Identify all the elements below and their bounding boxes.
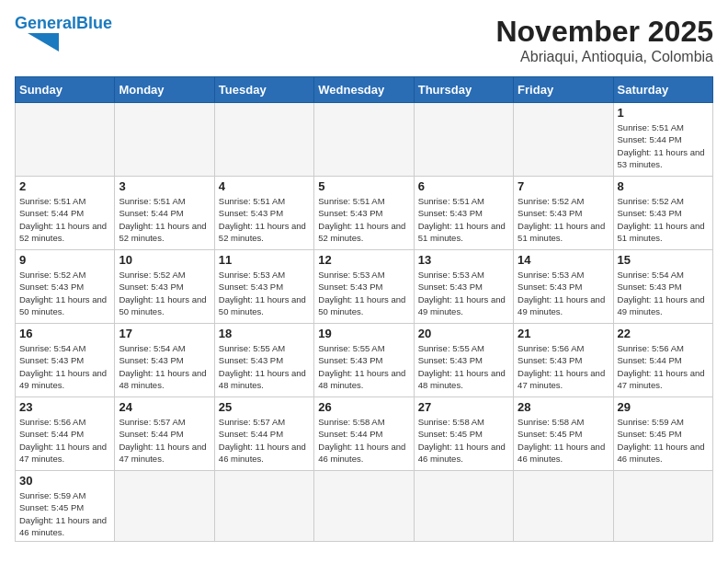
calendar-day-cell: 20Sunrise: 5:55 AMSunset: 5:43 PMDayligh…	[414, 324, 513, 397]
calendar-header-saturday: Saturday	[613, 77, 712, 103]
calendar-day-cell: 17Sunrise: 5:54 AMSunset: 5:43 PMDayligh…	[115, 324, 214, 397]
day-info: Sunrise: 5:52 AMSunset: 5:43 PMDaylight:…	[518, 195, 609, 244]
day-number: 27	[418, 400, 509, 414]
day-info: Sunrise: 5:51 AMSunset: 5:43 PMDaylight:…	[318, 195, 409, 244]
day-info: Sunrise: 5:59 AMSunset: 5:45 PMDaylight:…	[19, 489, 110, 538]
calendar-day-cell: 25Sunrise: 5:57 AMSunset: 5:44 PMDayligh…	[214, 397, 313, 471]
day-info: Sunrise: 5:54 AMSunset: 5:43 PMDaylight:…	[119, 342, 210, 391]
day-info: Sunrise: 5:52 AMSunset: 5:43 PMDaylight:…	[618, 195, 709, 244]
day-info: Sunrise: 5:52 AMSunset: 5:43 PMDaylight:…	[19, 269, 110, 317]
day-number: 8	[618, 179, 709, 193]
day-number: 6	[418, 179, 509, 193]
day-number: 22	[618, 327, 709, 340]
day-number: 4	[219, 179, 310, 193]
day-info: Sunrise: 5:53 AMSunset: 5:43 PMDaylight:…	[418, 269, 509, 317]
day-number: 29	[618, 400, 709, 414]
calendar-day-cell: 3Sunrise: 5:51 AMSunset: 5:44 PMDaylight…	[115, 177, 214, 250]
day-number: 24	[119, 400, 210, 414]
day-number: 13	[418, 253, 509, 267]
calendar-header-monday: Monday	[115, 77, 214, 103]
day-number: 19	[318, 327, 409, 340]
day-info: Sunrise: 5:53 AMSunset: 5:43 PMDaylight:…	[219, 269, 310, 317]
calendar-header-sunday: Sunday	[16, 77, 115, 103]
day-info: Sunrise: 5:53 AMSunset: 5:43 PMDaylight:…	[518, 269, 609, 317]
calendar-day-cell	[414, 103, 513, 177]
day-number: 10	[119, 253, 210, 267]
day-number: 14	[518, 253, 609, 267]
page-header: GeneralBlue November 2025 Abriaqui, Anti…	[15, 15, 713, 65]
day-number: 25	[219, 400, 310, 414]
calendar-header-friday: Friday	[514, 77, 613, 103]
calendar-day-cell: 28Sunrise: 5:58 AMSunset: 5:45 PMDayligh…	[514, 397, 613, 471]
calendar-day-cell: 19Sunrise: 5:55 AMSunset: 5:43 PMDayligh…	[314, 324, 414, 397]
svg-marker-0	[28, 33, 59, 52]
calendar-day-cell: 29Sunrise: 5:59 AMSunset: 5:45 PMDayligh…	[613, 397, 712, 471]
logo-icon	[15, 33, 59, 52]
day-number: 11	[219, 253, 310, 267]
day-info: Sunrise: 5:51 AMSunset: 5:44 PMDaylight:…	[19, 195, 110, 244]
calendar-table: SundayMondayTuesdayWednesdayThursdayFrid…	[15, 76, 713, 542]
calendar-day-cell	[314, 103, 414, 177]
calendar-day-cell	[414, 471, 513, 542]
calendar-day-cell: 5Sunrise: 5:51 AMSunset: 5:43 PMDaylight…	[314, 177, 414, 250]
calendar-day-cell	[214, 471, 313, 542]
calendar-day-cell: 12Sunrise: 5:53 AMSunset: 5:43 PMDayligh…	[314, 250, 414, 324]
calendar-week-row: 23Sunrise: 5:56 AMSunset: 5:44 PMDayligh…	[16, 397, 713, 471]
title-area: November 2025 Abriaqui, Antioquia, Colom…	[495, 15, 713, 65]
calendar-day-cell	[514, 103, 613, 177]
day-info: Sunrise: 5:59 AMSunset: 5:45 PMDaylight:…	[618, 416, 709, 465]
day-info: Sunrise: 5:56 AMSunset: 5:43 PMDaylight:…	[518, 342, 609, 391]
calendar-day-cell: 2Sunrise: 5:51 AMSunset: 5:44 PMDaylight…	[16, 177, 115, 250]
calendar-day-cell: 8Sunrise: 5:52 AMSunset: 5:43 PMDaylight…	[613, 177, 712, 250]
day-info: Sunrise: 5:51 AMSunset: 5:44 PMDaylight:…	[618, 121, 709, 170]
calendar-day-cell: 27Sunrise: 5:58 AMSunset: 5:45 PMDayligh…	[414, 397, 513, 471]
calendar-week-row: 2Sunrise: 5:51 AMSunset: 5:44 PMDaylight…	[16, 177, 713, 250]
day-number: 5	[318, 179, 409, 193]
calendar-week-row: 30Sunrise: 5:59 AMSunset: 5:45 PMDayligh…	[16, 471, 713, 542]
calendar-week-row: 16Sunrise: 5:54 AMSunset: 5:43 PMDayligh…	[16, 324, 713, 397]
day-number: 1	[618, 106, 709, 120]
calendar-day-cell: 15Sunrise: 5:54 AMSunset: 5:43 PMDayligh…	[613, 250, 712, 324]
calendar-day-cell	[314, 471, 414, 542]
day-info: Sunrise: 5:54 AMSunset: 5:43 PMDaylight:…	[19, 342, 110, 391]
logo-text: GeneralBlue	[15, 15, 112, 31]
calendar-day-cell: 16Sunrise: 5:54 AMSunset: 5:43 PMDayligh…	[16, 324, 115, 397]
calendar-day-cell: 26Sunrise: 5:58 AMSunset: 5:44 PMDayligh…	[314, 397, 414, 471]
day-info: Sunrise: 5:57 AMSunset: 5:44 PMDaylight:…	[219, 416, 310, 465]
day-number: 16	[19, 327, 110, 340]
day-number: 30	[19, 474, 110, 488]
day-number: 2	[19, 179, 110, 193]
calendar-day-cell: 7Sunrise: 5:52 AMSunset: 5:43 PMDaylight…	[514, 177, 613, 250]
calendar-day-cell	[115, 471, 214, 542]
day-info: Sunrise: 5:51 AMSunset: 5:44 PMDaylight:…	[119, 195, 210, 244]
day-number: 17	[119, 327, 210, 340]
day-info: Sunrise: 5:58 AMSunset: 5:45 PMDaylight:…	[518, 416, 609, 465]
day-info: Sunrise: 5:52 AMSunset: 5:43 PMDaylight:…	[119, 269, 210, 317]
day-info: Sunrise: 5:55 AMSunset: 5:43 PMDaylight:…	[418, 342, 509, 391]
calendar-day-cell	[16, 103, 115, 177]
calendar-header-thursday: Thursday	[414, 77, 513, 103]
day-number: 3	[119, 179, 210, 193]
calendar-day-cell	[115, 103, 214, 177]
day-number: 21	[518, 327, 609, 340]
calendar-day-cell	[514, 471, 613, 542]
month-title: November 2025	[495, 15, 713, 49]
calendar-day-cell: 30Sunrise: 5:59 AMSunset: 5:45 PMDayligh…	[16, 471, 115, 542]
calendar-day-cell: 24Sunrise: 5:57 AMSunset: 5:44 PMDayligh…	[115, 397, 214, 471]
calendar-day-cell: 22Sunrise: 5:56 AMSunset: 5:44 PMDayligh…	[613, 324, 712, 397]
day-info: Sunrise: 5:54 AMSunset: 5:43 PMDaylight:…	[618, 269, 709, 317]
calendar-week-row: 9Sunrise: 5:52 AMSunset: 5:43 PMDaylight…	[16, 250, 713, 324]
calendar-header-row: SundayMondayTuesdayWednesdayThursdayFrid…	[16, 77, 713, 103]
calendar-day-cell: 6Sunrise: 5:51 AMSunset: 5:43 PMDaylight…	[414, 177, 513, 250]
calendar-day-cell: 4Sunrise: 5:51 AMSunset: 5:43 PMDaylight…	[214, 177, 313, 250]
day-number: 15	[618, 253, 709, 267]
day-number: 7	[518, 179, 609, 193]
day-number: 26	[318, 400, 409, 414]
logo-general: General	[15, 14, 76, 32]
day-number: 9	[19, 253, 110, 267]
day-number: 23	[19, 400, 110, 414]
day-number: 20	[418, 327, 509, 340]
calendar-day-cell: 21Sunrise: 5:56 AMSunset: 5:43 PMDayligh…	[514, 324, 613, 397]
logo-blue: Blue	[76, 14, 112, 32]
day-info: Sunrise: 5:55 AMSunset: 5:43 PMDaylight:…	[318, 342, 409, 391]
